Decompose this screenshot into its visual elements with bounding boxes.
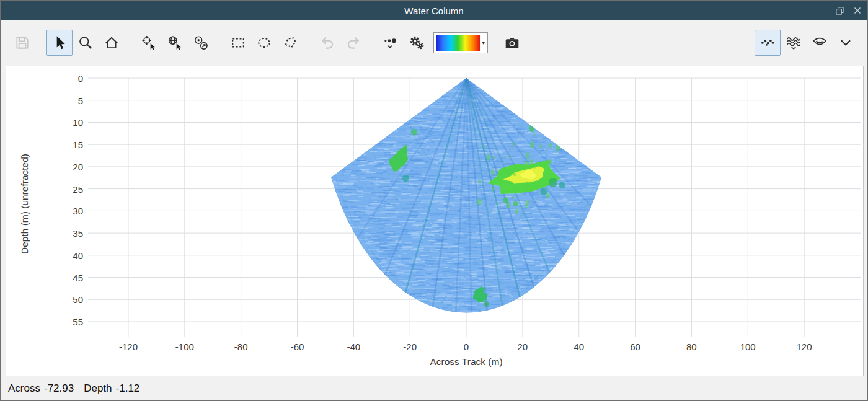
y-tick-label: 40 — [29, 250, 83, 260]
select-lasso-tool-button[interactable] — [251, 30, 277, 56]
undo-icon — [319, 35, 335, 51]
window-title: Water Column — [404, 6, 463, 16]
stacked-swaths-icon — [812, 35, 828, 51]
x-tick-label: 120 — [796, 342, 812, 352]
x-tick-label: 100 — [740, 342, 756, 352]
close-button[interactable] — [854, 7, 861, 14]
x-tick-label: 60 — [630, 342, 640, 352]
window-controls — [836, 1, 861, 20]
dashed-polygon-icon — [282, 35, 298, 51]
colormap-select[interactable]: ▾ — [433, 32, 488, 53]
colormap-caret-icon: ▾ — [482, 40, 485, 46]
zoom-tool-button[interactable] — [73, 30, 99, 56]
x-tick-label: -60 — [291, 342, 304, 352]
points-view-button[interactable] — [755, 30, 781, 56]
target-compass-icon — [193, 35, 209, 51]
redo-button[interactable] — [340, 30, 366, 56]
more-views-button[interactable] — [833, 30, 859, 56]
x-tick-label: -80 — [234, 342, 248, 352]
snapshot-button[interactable] — [499, 30, 525, 56]
title-bar[interactable]: Water Column — [1, 1, 867, 20]
status-bar: Across -72.93 Depth -1.12 — [1, 376, 867, 400]
plot-grid-area[interactable] — [88, 71, 861, 337]
pick-geo-tool-button[interactable] — [162, 30, 188, 56]
y-tick-label: 30 — [29, 206, 83, 216]
x-tick-label: 40 — [574, 342, 584, 352]
x-tick-label: -20 — [403, 342, 417, 352]
y-tick-label: 45 — [29, 272, 83, 283]
undock-icon — [836, 7, 844, 15]
crosshair-pick-icon — [141, 35, 157, 51]
x-tick-label: 0 — [464, 342, 469, 352]
select-rectangle-tool-button[interactable] — [225, 30, 251, 56]
status-across-value: -72.93 — [44, 382, 74, 395]
status-depth-label: Depth — [84, 382, 112, 395]
y-tick-label: 10 — [29, 117, 83, 128]
x-tick-label: -120 — [119, 342, 138, 352]
x-axis-label: Across Track (m) — [430, 356, 502, 368]
x-tick-label: 20 — [517, 342, 528, 352]
toolbar: ▾ — [1, 20, 867, 65]
wiggle-view-button[interactable] — [781, 30, 807, 56]
y-tick-label: 0 — [29, 73, 83, 84]
scatter-points-icon — [760, 35, 776, 51]
y-tick-label: 50 — [29, 294, 83, 305]
y-tick-label: 35 — [29, 228, 83, 239]
pointer-icon — [51, 35, 68, 51]
y-tick-label: 20 — [29, 161, 83, 172]
save-button[interactable] — [9, 30, 35, 56]
dot-sizes-icon — [383, 35, 399, 51]
wiggle-traces-icon — [786, 35, 802, 51]
pick-point-tool-button[interactable] — [136, 30, 162, 56]
y-tick-label: 5 — [29, 95, 83, 105]
undock-button[interactable] — [836, 7, 844, 15]
home-view-button[interactable] — [99, 30, 125, 56]
magnifier-icon — [78, 35, 94, 51]
point-size-button[interactable] — [378, 30, 404, 56]
camera-icon — [503, 35, 521, 51]
settings-button[interactable] — [404, 30, 430, 56]
colormap-gradient — [436, 35, 480, 51]
status-depth-value: -1.12 — [116, 382, 140, 395]
dashed-ellipse-icon — [256, 35, 272, 51]
close-icon — [854, 7, 861, 14]
status-across-label: Across — [8, 382, 40, 395]
x-tick-label: 80 — [686, 342, 697, 352]
x-tick-label: -40 — [347, 342, 360, 352]
select-polygon-tool-button[interactable] — [277, 30, 303, 56]
gears-icon — [409, 35, 425, 51]
pick-target-tool-button[interactable] — [188, 30, 214, 56]
plot-panel: Depth (m) (unrefracted) Across Track (m)… — [6, 66, 864, 377]
pointer-tool-button[interactable] — [46, 30, 73, 56]
dashed-rectangle-icon — [230, 35, 246, 51]
y-tick-label: 25 — [29, 183, 83, 194]
stacked-view-button[interactable] — [807, 30, 833, 56]
water-column-fan-plot[interactable] — [88, 71, 861, 337]
redo-icon — [345, 35, 361, 51]
undo-button[interactable] — [314, 30, 340, 56]
save-icon — [14, 35, 30, 51]
x-tick-label: -100 — [175, 342, 194, 352]
chevron-down-icon — [838, 35, 854, 51]
globe-pick-icon — [167, 35, 183, 51]
home-icon — [104, 35, 120, 51]
y-tick-label: 15 — [29, 139, 83, 150]
y-tick-label: 55 — [29, 317, 83, 327]
water-column-window: Water Column — [0, 0, 868, 401]
